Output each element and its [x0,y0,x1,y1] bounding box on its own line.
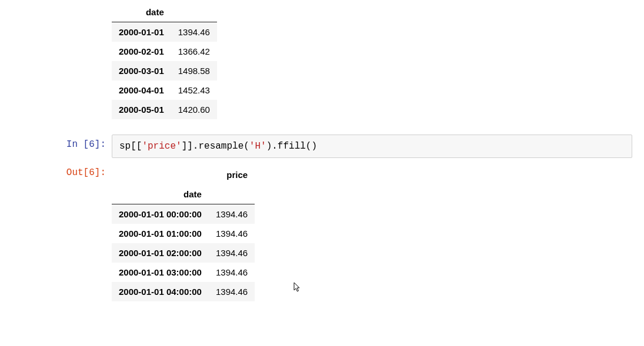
code-input-6[interactable]: sp[['price']].resample('H').ffill() [112,135,632,158]
row-index: 2000-01-01 [112,22,171,42]
col-header-blank [209,184,255,204]
row-value: 1394.46 [209,243,255,263]
row-value: 1394.46 [209,282,255,301]
code-part: sp[[ [119,141,142,152]
code-part: ]].resample( [182,141,249,152]
table-row: 2000-01-01 03:00:001394.46 [112,263,255,282]
input-prompt-6: In [6]: [12,135,112,158]
row-index: 2000-04-01 [112,80,171,100]
table-row: 2000-01-01 00:00:001394.46 [112,204,255,224]
table-row: 2000-01-01 04:00:001394.46 [112,282,255,301]
table-row: 2000-01-011394.46 [112,22,217,42]
row-value: 1394.46 [209,224,255,243]
notebook: date 2000-01-011394.462000-02-011366.422… [0,0,644,301]
t1-body: 2000-01-011394.462000-02-011366.422000-0… [112,22,217,120]
row-index: 2000-01-01 02:00:00 [112,243,209,263]
row-value: 1420.60 [171,100,217,119]
row-index: 2000-01-01 01:00:00 [112,224,209,243]
row-value: 1498.58 [171,61,217,80]
row-index: 2000-01-01 00:00:00 [112,204,209,224]
prompt-empty [12,0,112,119]
output-cell-6: Out[6]: price date 2000-01-01 00:00:0013… [12,163,632,301]
dataframe-table-2: price date 2000-01-01 00:00:001394.46200… [112,165,255,301]
row-value: 1452.43 [171,80,217,100]
col-header-empty [171,2,217,22]
row-value: 1394.46 [209,204,255,224]
table-row: 2000-01-01 01:00:001394.46 [112,224,255,243]
table-row: 2000-02-011366.42 [112,42,217,61]
output-content-prev: date 2000-01-011394.462000-02-011366.422… [112,0,632,119]
row-value: 1394.46 [171,22,217,42]
index-header-blank [112,165,209,184]
index-name-header: date [112,184,209,204]
row-index: 2000-01-01 03:00:00 [112,263,209,282]
output-content-6: price date 2000-01-01 00:00:001394.46200… [112,163,632,301]
row-index: 2000-03-01 [112,61,171,80]
row-value: 1366.42 [171,42,217,61]
row-value: 1394.46 [209,263,255,282]
code-string: 'H' [249,141,266,152]
table-row: 2000-04-011452.43 [112,80,217,100]
col-header-price: price [209,165,255,184]
output-cell-prev: date 2000-01-011394.462000-02-011366.422… [12,0,632,119]
code-part: ).ffill() [266,141,317,152]
code-string: 'price' [142,141,181,152]
table-row: 2000-05-011420.60 [112,100,217,119]
row-index: 2000-05-01 [112,100,171,119]
table-row: 2000-01-01 02:00:001394.46 [112,243,255,263]
t2-body: 2000-01-01 00:00:001394.462000-01-01 01:… [112,204,255,302]
index-name-header: date [112,2,171,22]
row-index: 2000-02-01 [112,42,171,61]
input-content-6: sp[['price']].resample('H').ffill() [112,135,632,158]
input-cell-6: In [6]: sp[['price']].resample('H').ffil… [12,135,632,158]
table-row: 2000-03-011498.58 [112,61,217,80]
row-index: 2000-01-01 04:00:00 [112,282,209,301]
dataframe-table-1: date 2000-01-011394.462000-02-011366.422… [112,2,217,119]
output-prompt-6: Out[6]: [12,163,112,301]
